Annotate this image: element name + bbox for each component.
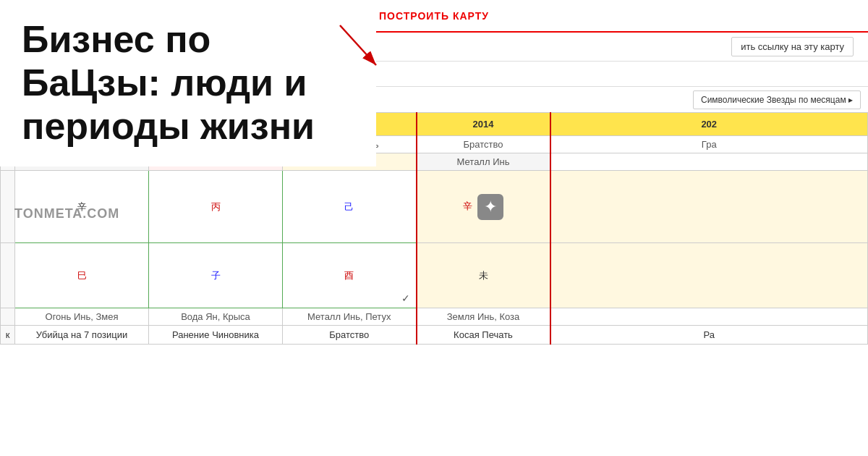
col-header-2014: 2014 <box>417 113 550 136</box>
cell-branch-month: 子 <box>149 243 283 308</box>
cell-animal-2020 <box>550 308 868 326</box>
svg-line-1 <box>340 25 376 65</box>
cell-bottom-2014: Косая Печать <box>417 326 550 345</box>
cell-branch-2020 <box>550 243 868 308</box>
cell-role-2014: Братство <box>417 136 550 153</box>
cell-stem-left <box>1 171 15 243</box>
cell-bottom-year: Братство <box>283 326 417 345</box>
build-chart-button[interactable]: ПОСТРОИТЬ КАРТУ <box>379 10 489 22</box>
cell-stem-month: 丙 <box>149 171 283 243</box>
animal-row: Огонь Инь, Змея Вода Ян, Крыса Металл Ин… <box>1 308 868 326</box>
col-header-2020: 202 <box>550 113 868 136</box>
cell-stem-2014: 辛 ✦ <box>417 171 550 243</box>
bottom-label-row: к Убийца на 7 позиции Ранение Чиновника … <box>1 326 868 345</box>
stem-row: 辛 丙 己 辛 ✦ <box>1 171 868 243</box>
cell-elem-2014: Металл Инь <box>417 153 550 171</box>
cell-stem-2020 <box>550 171 868 243</box>
cell-elem-2020 <box>550 153 868 171</box>
copy-link-button[interactable]: ить ссылку на эту карту <box>731 37 854 56</box>
cell-animal-left <box>1 308 15 326</box>
cell-branch-year: 酉 ✓ <box>283 243 417 308</box>
cell-bottom-month: Ранение Чиновника <box>149 326 283 345</box>
cell-animal-day: Огонь Инь, Змея <box>15 308 149 326</box>
stars-dropdown[interactable]: Символические Звезды по месяцам ▸ <box>693 90 861 109</box>
cell-stem-year: 己 <box>283 171 417 243</box>
watermark: TONMETA.COM <box>14 206 119 221</box>
branch-row: 巳 子 酉 ✓ 未 <box>1 243 868 308</box>
cell-branch-day: 巳 <box>15 243 149 308</box>
arrow-decoration <box>282 22 398 80</box>
cell-bottom-2020: Ра <box>550 326 868 345</box>
cell-branch-left <box>1 243 15 308</box>
cell-animal-year: Металл Инь, Петух <box>283 308 417 326</box>
cell-animal-month: Вода Ян, Крыса <box>149 308 283 326</box>
cell-branch-2014: 未 <box>417 243 550 308</box>
cell-animal-2014: Земля Инь, Коза <box>417 308 550 326</box>
cell-bottom-left: к <box>1 326 15 345</box>
content-area: ПОСТРОИТЬ КАРТУ ить ссылку на эту карту … <box>0 0 868 456</box>
checkmark-icon: ✓ <box>401 292 410 304</box>
star-icon: ✦ <box>477 194 503 220</box>
cell-bottom-day: Убийца на 7 позиции <box>15 326 149 345</box>
cell-role-2020: Гра <box>550 136 868 153</box>
